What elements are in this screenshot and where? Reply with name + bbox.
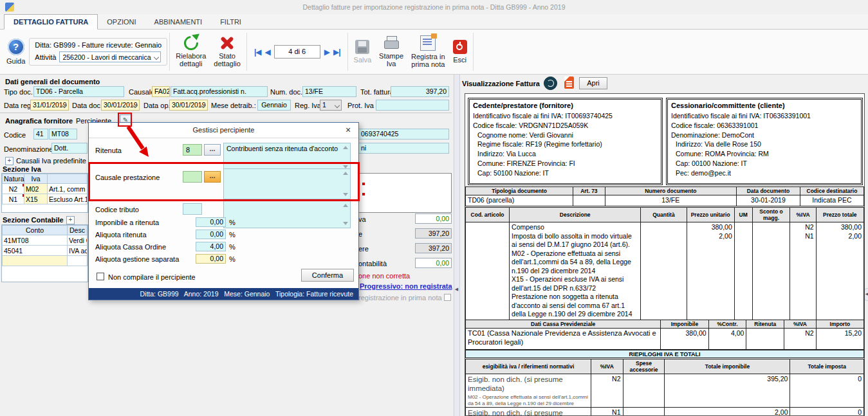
data-op-field[interactable]: 30/01/2019 (169, 100, 208, 111)
totale-field: 397,20 (415, 228, 452, 239)
table-row[interactable] (3, 256, 88, 266)
ritenuta-lookup-button[interactable]: ... (204, 144, 221, 156)
table-row[interactable]: 41MT08 Verdi Giovan (3, 235, 88, 246)
table-row[interactable]: N1 X15 Escluso Art.1 (3, 194, 88, 204)
imponibile-ritenuta-field[interactable]: 0,00 (196, 217, 226, 227)
iva-total-field[interactable]: 0,00 (415, 213, 452, 224)
nav-next-button[interactable]: ▶ (324, 48, 329, 57)
reg-iva-select[interactable]: 1 (320, 100, 342, 111)
causale-prestazione-desc-area[interactable] (223, 168, 351, 199)
progressivo-link[interactable]: Progressivo: non registrata (360, 282, 452, 291)
sezione-contabile-table: Conto Desc 41MT08 Verdi Giovan 45041 IVA… (1, 224, 88, 282)
tab-abbinamenti[interactable]: ABBINAMENTI (145, 15, 212, 29)
attivita-select[interactable]: 256200 - Lavori di meccanica (59, 51, 160, 62)
codice-label: Codice (4, 131, 26, 140)
conferma-button[interactable]: Conferma (301, 269, 354, 282)
table-row[interactable]: 45041 IVA acquisti (3, 246, 88, 256)
cessionario-line: Codice fiscale: 06363391001 (671, 121, 858, 131)
salva-button[interactable]: Salva (350, 39, 376, 65)
printer-icon (383, 36, 399, 50)
causali-iva-predefinite-link[interactable]: Causali Iva predefinite (16, 157, 86, 165)
scroll-up-icon[interactable] (343, 172, 348, 175)
stampe-iva-button[interactable]: StampeIva (375, 35, 407, 69)
toolbar-separator (169, 33, 170, 71)
guida-button[interactable]: ? Guida (3, 37, 29, 66)
codice-fiscale-field-fragment[interactable]: 0693740425 (358, 129, 449, 140)
cedente-box: Cedente/prestatore (fornitore) Identific… (468, 98, 663, 185)
toolbar: ? Guida Ditta: GB999 - Fatture ricevute:… (0, 30, 868, 75)
num-doc-field[interactable]: 13/FE (302, 86, 356, 97)
causale-code-field[interactable]: FA02 (152, 86, 170, 97)
close-icon[interactable]: × (343, 124, 353, 136)
tot-fattura-field[interactable]: 397,20 (391, 86, 449, 97)
tab-opzioni[interactable]: OPZIONI (98, 15, 145, 29)
causale-prestazione-code-field[interactable] (183, 171, 202, 183)
codice-tributo-field[interactable] (183, 203, 202, 215)
expand-icon[interactable]: + (5, 157, 14, 165)
causale-label: Causale (129, 88, 154, 96)
percent-sign: % (229, 243, 235, 251)
nav-last-button[interactable]: ▶| (333, 48, 340, 57)
apri-button[interactable]: Apri (579, 77, 607, 89)
cessionario-line: Denominazione: DemoCont (671, 131, 858, 140)
collapse-left-icon[interactable]: ◀ (454, 284, 459, 294)
exit-icon (453, 40, 467, 54)
causale-prestazione-lookup-button[interactable]: ... (204, 171, 221, 183)
iva-cell: N2 N1 (790, 222, 816, 320)
registrare-field: 397,20 (415, 243, 452, 253)
column-header: Art. 73 (573, 187, 605, 195)
tipo-doc-field[interactable]: TD06 - Parcella (33, 86, 124, 97)
sezione-iva-table: Natura Iva N2 M02 Art.1, comm N1 X15 Esc… (1, 173, 88, 213)
spese-cell (623, 374, 665, 408)
dialog-title: Gestisci percipiente (89, 123, 358, 138)
scroll-up-icon[interactable] (343, 146, 348, 149)
scroll-up-icon[interactable] (343, 204, 348, 207)
pdf-view-icon[interactable] (564, 77, 574, 89)
registra-prima-nota-button[interactable]: Registra inprima nota (407, 34, 449, 69)
ritenuta-label: Ritenuta (95, 147, 122, 155)
esci-button[interactable]: Esci (449, 39, 471, 65)
table-row[interactable]: N2 M02 Art.1, comm (3, 184, 88, 194)
esigibilita-text: Esigib. non dich. (si presume immediata) (468, 408, 589, 416)
denominazione-field-fragment[interactable]: ni (358, 143, 449, 154)
scroll-down-icon[interactable] (343, 222, 348, 225)
um-cell (734, 222, 752, 320)
art73-cell (573, 195, 605, 206)
data-doc-field[interactable]: 30/01/2019 (101, 100, 140, 111)
codice-field-2[interactable]: MT08 (49, 129, 77, 140)
mese-detraib-field[interactable]: Gennaio (257, 100, 291, 111)
cessionario-line: Cap: 00100 Nazione: IT (671, 159, 858, 168)
causale-desc-field[interactable]: Fatt.acq.professionisti n. (171, 86, 268, 97)
rielabora-dettagli-button[interactable]: Rielaboradettagli (172, 35, 210, 69)
aliquota-gestione-separata-field[interactable]: 0,00 (196, 254, 226, 264)
assosoftware-logo-icon[interactable] (544, 77, 557, 90)
scroll-down-icon[interactable] (343, 193, 348, 196)
panel-splitter[interactable]: ◀ (454, 75, 460, 416)
prima-nota-checkbox[interactable] (444, 294, 451, 301)
codice-tributo-desc-area[interactable] (223, 201, 351, 228)
iva-desc-listbox[interactable] (358, 173, 452, 213)
stato-dettaglio-button[interactable]: Statodettaglio (210, 35, 245, 69)
nav-previous-button[interactable]: ◀ (265, 48, 270, 57)
tab-dettaglio-fattura[interactable]: DETTAGLIO FATTURA (4, 14, 98, 30)
denominazione-field[interactable]: Dott. (51, 143, 88, 154)
contabilita-field[interactable]: 0,00 (415, 258, 452, 268)
data-reg-field[interactable]: 31/01/2019 (30, 100, 69, 111)
codice-field-1[interactable]: 41 (33, 129, 48, 140)
non-compilare-checkbox[interactable] (97, 273, 104, 280)
denominazione-label: Denominazione (4, 145, 53, 154)
aliquota-cassa-ordine-field[interactable]: 4,00 (196, 242, 226, 251)
red-marker-icon (362, 193, 365, 195)
ritenuta-code-field[interactable]: 8 (183, 144, 202, 156)
conto-desc-cell (68, 256, 88, 266)
record-navigator: |◀ ◀ 4 di 6 ▶ ▶| (249, 45, 346, 59)
data-op-label: Data op. (143, 102, 171, 110)
column-header: Totale imponibile (665, 359, 790, 374)
expand-icon[interactable]: + (66, 216, 75, 224)
ritenuta-desc-area[interactable]: Contribuenti senza ritenuta d'acconto (223, 143, 351, 172)
tab-filtri[interactable]: FILTRI (211, 15, 250, 29)
prot-iva-field[interactable] (376, 100, 449, 111)
aliquota-ritenuta-field[interactable]: 0,00 (196, 230, 226, 239)
red-marker-icon (362, 183, 365, 185)
nav-first-button[interactable]: |◀ (254, 48, 261, 57)
